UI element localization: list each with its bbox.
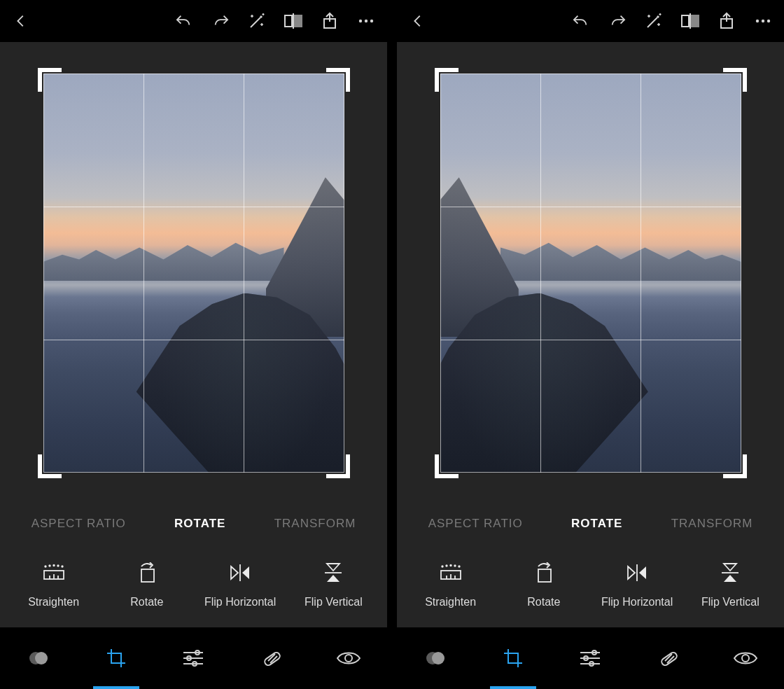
svg-point-42	[762, 20, 764, 22]
rotate-icon	[533, 562, 555, 583]
tool-label: Straighten	[425, 596, 476, 608]
spot-heal-icon[interactable]	[232, 627, 310, 689]
compare-icon[interactable]	[680, 11, 700, 31]
svg-point-13	[49, 565, 50, 566]
undo-icon[interactable]	[571, 11, 591, 31]
svg-marker-23	[327, 575, 340, 582]
crop-handle-br[interactable]	[326, 454, 350, 478]
crop-frame[interactable]	[440, 74, 741, 473]
share-icon[interactable]	[320, 11, 340, 31]
flip-horizontal-icon	[626, 562, 648, 583]
more-icon[interactable]	[356, 11, 376, 31]
crop-canvas[interactable]	[397, 42, 784, 504]
crop-subtabs: ASPECT RATIO ROTATE TRANSFORM	[0, 504, 387, 543]
svg-point-16	[62, 566, 63, 567]
svg-rect-17	[141, 569, 154, 582]
flip-horizontal-button[interactable]: Flip Horizontal	[591, 562, 684, 608]
tool-label: Flip Horizontal	[601, 596, 673, 608]
top-toolbar	[0, 0, 387, 42]
red-eye-icon[interactable]	[309, 627, 387, 689]
editor-pane-left: ASPECT RATIO ROTATE TRANSFORM Straighten…	[0, 0, 387, 689]
tab-rotate[interactable]: ROTATE	[174, 517, 225, 531]
more-icon[interactable]	[753, 11, 773, 31]
back-icon[interactable]	[408, 11, 428, 31]
svg-marker-55	[628, 566, 635, 579]
svg-rect-68	[660, 651, 678, 667]
crop-handle-tl[interactable]	[38, 68, 62, 92]
crop-handle-br[interactable]	[723, 454, 747, 478]
tab-rotate[interactable]: ROTATE	[571, 517, 622, 531]
flip-vertical-button[interactable]: Flip Vertical	[287, 562, 380, 608]
svg-point-6	[365, 20, 368, 22]
rotate-button[interactable]: Rotate	[100, 562, 193, 608]
tab-transform[interactable]: TRANSFORM	[274, 517, 356, 531]
rotate-tools-row: Straighten Rotate Flip Horizontal Flip V…	[397, 543, 784, 627]
svg-point-14	[53, 565, 55, 566]
redo-icon[interactable]	[211, 11, 230, 31]
svg-point-52	[458, 566, 460, 567]
photo-preview	[43, 74, 344, 473]
straighten-button[interactable]: Straighten	[7, 562, 100, 608]
adjust-icon[interactable]	[552, 627, 629, 689]
crop-handle-tr[interactable]	[326, 68, 350, 92]
tab-transform[interactable]: TRANSFORM	[671, 517, 753, 531]
svg-marker-20	[242, 566, 249, 579]
tool-label: Flip Vertical	[701, 596, 760, 608]
undo-icon[interactable]	[174, 11, 194, 31]
tool-label: Rotate	[527, 596, 560, 608]
back-icon[interactable]	[11, 11, 31, 31]
photo-preview	[440, 74, 741, 473]
svg-rect-37	[692, 15, 699, 27]
crop-canvas[interactable]	[0, 42, 387, 504]
svg-marker-22	[327, 564, 340, 571]
layers-icon[interactable]	[397, 627, 475, 689]
svg-point-25	[35, 652, 48, 664]
svg-rect-0	[285, 15, 292, 27]
crop-handle-bl[interactable]	[38, 454, 62, 478]
straighten-icon	[40, 562, 68, 583]
redo-icon[interactable]	[608, 11, 627, 31]
crop-icon[interactable]	[475, 627, 552, 689]
tool-label: Straighten	[28, 596, 79, 608]
svg-point-49	[446, 565, 447, 566]
svg-point-41	[756, 20, 759, 22]
tab-aspect-ratio[interactable]: ASPECT RATIO	[428, 517, 523, 531]
crop-handle-tr[interactable]	[723, 68, 747, 92]
svg-point-50	[450, 565, 451, 566]
crop-icon[interactable]	[78, 627, 155, 689]
svg-point-12	[45, 566, 46, 567]
svg-marker-59	[724, 575, 736, 582]
tool-label: Flip Horizontal	[204, 596, 276, 608]
spot-heal-icon[interactable]	[629, 627, 707, 689]
svg-marker-58	[724, 564, 736, 571]
flip-horizontal-button[interactable]: Flip Horizontal	[194, 562, 287, 608]
rotate-tools-row: Straighten Rotate Flip Horizontal Flip V…	[0, 543, 387, 627]
straighten-button[interactable]: Straighten	[404, 562, 497, 608]
flip-horizontal-icon	[230, 562, 251, 583]
svg-point-35	[345, 655, 352, 662]
editor-pane-right: ASPECT RATIO ROTATE TRANSFORM Straighten…	[397, 0, 784, 689]
rotate-icon	[136, 562, 158, 583]
auto-enhance-icon[interactable]	[247, 11, 267, 31]
crop-frame[interactable]	[43, 74, 344, 473]
flip-vertical-button[interactable]: Flip Vertical	[684, 562, 777, 608]
svg-point-5	[359, 20, 362, 22]
flip-vertical-icon	[324, 562, 342, 583]
svg-point-51	[454, 565, 456, 566]
auto-enhance-icon[interactable]	[644, 11, 664, 31]
red-eye-icon[interactable]	[706, 627, 784, 689]
svg-point-61	[432, 652, 444, 664]
adjust-icon[interactable]	[155, 627, 232, 689]
share-icon[interactable]	[717, 11, 736, 31]
rotate-button[interactable]: Rotate	[497, 562, 590, 608]
crop-handle-bl[interactable]	[435, 454, 458, 478]
svg-rect-32	[263, 651, 281, 667]
layers-icon[interactable]	[0, 627, 78, 689]
bottom-toolbar	[397, 627, 784, 689]
compare-icon[interactable]	[284, 11, 303, 31]
crop-subtabs: ASPECT RATIO ROTATE TRANSFORM	[397, 504, 784, 543]
svg-rect-36	[682, 15, 689, 27]
crop-handle-tl[interactable]	[435, 68, 458, 92]
svg-rect-1	[295, 15, 302, 27]
tab-aspect-ratio[interactable]: ASPECT RATIO	[31, 517, 126, 531]
